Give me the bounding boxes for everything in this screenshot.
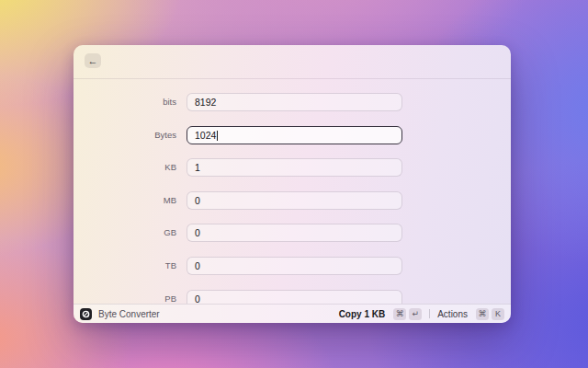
row-gb: GB 0	[74, 224, 511, 242]
k-key-icon: K	[492, 308, 504, 320]
back-arrow-icon: ←	[88, 55, 98, 66]
tb-input[interactable]: 0	[187, 257, 402, 275]
copy-action-label: Copy 1 KB	[339, 309, 386, 319]
row-bytes: Bytes 1024	[74, 126, 511, 144]
cmd-key-icon: ⌘	[476, 308, 489, 320]
bits-label: bits	[74, 93, 176, 111]
bytes-input[interactable]: 1024	[187, 126, 402, 144]
text-caret	[217, 131, 218, 141]
bits-value: 8192	[195, 97, 216, 108]
return-key-icon: ↵	[409, 308, 422, 320]
copy-action-button[interactable]: Copy 1 KB ⌘ ↵	[339, 308, 423, 320]
row-mb: MB 0	[74, 191, 511, 210]
action-bar: Byte Converter Copy 1 KB ⌘ ↵ Actions ⌘ K	[74, 304, 511, 323]
pb-value: 0	[195, 293, 200, 304]
gb-label: GB	[74, 224, 176, 242]
bytes-value: 1024	[195, 130, 216, 141]
row-pb: PB 0	[74, 290, 511, 304]
kb-input[interactable]: 1	[187, 158, 402, 177]
mb-input[interactable]: 0	[187, 191, 402, 210]
row-bits: bits 8192	[74, 93, 511, 111]
app-name: Byte Converter	[98, 309, 160, 319]
footer-separator	[429, 309, 430, 318]
bits-input[interactable]: 8192	[187, 93, 402, 111]
gb-value: 0	[195, 227, 200, 238]
mb-label: MB	[74, 191, 176, 210]
row-kb: KB 1	[74, 158, 511, 177]
converter-form: bits 8192 Bytes 1024 KB 1 MB 0 GB	[74, 79, 511, 304]
byte-converter-icon	[80, 308, 92, 320]
kb-label: KB	[74, 158, 176, 177]
bytes-label: Bytes	[74, 126, 176, 144]
window-header: ←	[74, 45, 511, 79]
back-button[interactable]: ←	[85, 53, 101, 68]
byte-converter-window: ← bits 8192 Bytes 1024 KB 1 MB 0	[74, 45, 511, 323]
gb-input[interactable]: 0	[187, 224, 402, 242]
slashed-zero-icon	[81, 309, 91, 319]
cmd-key-icon: ⌘	[393, 308, 406, 320]
kb-value: 1	[195, 162, 200, 173]
row-tb: TB 0	[74, 257, 511, 275]
pb-label: PB	[74, 290, 176, 304]
actions-label: Actions	[437, 309, 468, 319]
actions-menu-button[interactable]: Actions ⌘ K	[437, 308, 504, 320]
tb-value: 0	[195, 260, 200, 271]
mb-value: 0	[195, 195, 200, 206]
pb-input[interactable]: 0	[187, 290, 402, 304]
tb-label: TB	[74, 257, 176, 275]
